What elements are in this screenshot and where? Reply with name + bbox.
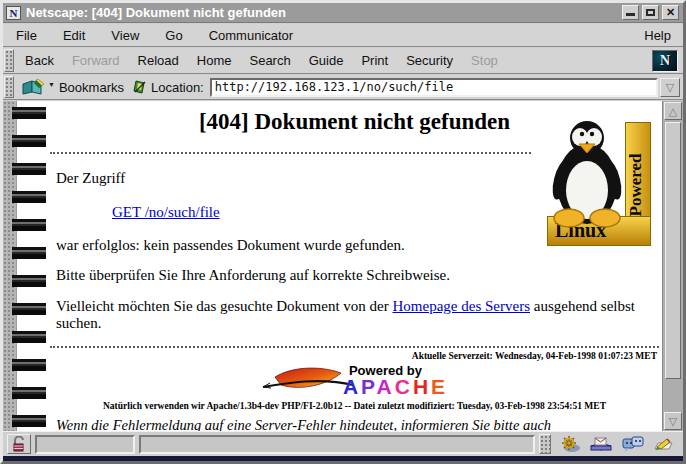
- menu-communicator[interactable]: Communicator: [196, 25, 307, 46]
- menu-help[interactable]: Help: [632, 25, 683, 46]
- search-button[interactable]: Search: [240, 49, 299, 72]
- menu-bar: File Edit View Go Communicator Help: [3, 24, 683, 47]
- locationbar-collapse-grip[interactable]: [4, 76, 14, 98]
- webmaster-note: Wenn die Fehlermeldung auf eine Server-F…: [56, 417, 659, 431]
- scrollbar-thumb[interactable]: [665, 122, 681, 379]
- location-label: Location:: [148, 80, 210, 95]
- browser-viewport: Powered Linux: [3, 101, 683, 431]
- security-button[interactable]: Security: [397, 49, 462, 72]
- maximize-icon: [646, 9, 655, 16]
- scroll-down-button[interactable]: ▽: [664, 412, 682, 430]
- homepage-suggestion-text: Vielleicht möchten Sie das gesuchte Doku…: [56, 298, 659, 332]
- navigation-toolbar: Back Forward Reload Home Search Guide Pr…: [3, 48, 683, 74]
- menu-view[interactable]: View: [98, 25, 152, 46]
- webmaster-note-pre: Wenn die Fehlermeldung auf eine Server-F…: [56, 417, 551, 431]
- menu-edit[interactable]: Edit: [50, 25, 98, 46]
- close-icon: ✕: [663, 6, 678, 19]
- apache-letter: A: [343, 375, 361, 398]
- location-bookmark-icon[interactable]: [132, 79, 148, 95]
- title-bar[interactable]: N Netscape: [404] Dokument nicht gefunde…: [3, 3, 683, 23]
- apache-letter: P: [361, 375, 376, 398]
- maximize-button[interactable]: [642, 5, 659, 20]
- bookmarks-chevron-icon: ▼: [48, 81, 55, 88]
- apache-letter: H: [413, 375, 431, 398]
- status-progress-panel: [35, 435, 135, 454]
- url-dropdown-button[interactable]: ▽: [660, 78, 680, 97]
- suggestion-pre: Vielleicht möchten Sie das gesuchte Doku…: [56, 298, 393, 314]
- scroll-up-button[interactable]: △: [664, 102, 682, 120]
- open-padlock-icon: [11, 436, 27, 452]
- toolbar-collapse-grip[interactable]: [4, 49, 14, 72]
- request-link[interactable]: GET /no/such/file: [112, 204, 220, 220]
- home-button[interactable]: Home: [188, 49, 241, 72]
- menu-go[interactable]: Go: [152, 25, 195, 46]
- linux-powered-badge: Powered Linux: [547, 108, 651, 246]
- print-button[interactable]: Print: [352, 49, 397, 72]
- tux-penguin-icon: [549, 118, 627, 230]
- server-info: Natürlich verwenden wir Apache/1.3b4-dev…: [50, 401, 659, 411]
- menu-file[interactable]: File: [3, 25, 50, 46]
- netscape-logo-icon[interactable]: N: [652, 50, 678, 72]
- security-lock-button[interactable]: [7, 434, 31, 454]
- server-time: Aktuelle Serverzeit: Wednesday, 04-Feb-1…: [50, 351, 657, 361]
- apache-logo: Powered by APACHE: [50, 363, 659, 399]
- minimize-button[interactable]: [622, 5, 639, 20]
- mailbox-icon[interactable]: [589, 435, 613, 453]
- status-bar: [3, 431, 683, 456]
- bookmarks-icon: [22, 79, 46, 95]
- component-taskbar: [555, 435, 679, 453]
- homepage-link[interactable]: Homepage des Servers: [393, 298, 530, 314]
- discussions-icon[interactable]: [621, 435, 645, 453]
- apache-letter: C: [395, 375, 413, 398]
- back-button[interactable]: Back: [16, 49, 63, 72]
- error-page: Powered Linux: [50, 101, 659, 431]
- window-title: Netscape: [404] Dokument nicht gefunden: [26, 5, 622, 20]
- apache-letter: E: [431, 375, 448, 398]
- minimize-icon: [626, 13, 635, 16]
- netscape-window-icon: N: [6, 6, 21, 20]
- composer-icon[interactable]: [653, 435, 675, 453]
- apache-letter: A: [377, 375, 395, 398]
- bookmarks-label: Bookmarks: [59, 80, 124, 95]
- taskbar-grip[interactable]: [539, 434, 551, 454]
- window-frame-bottom: [3, 456, 683, 461]
- navigator-icon[interactable]: [559, 435, 581, 453]
- forward-button: Forward: [63, 49, 129, 72]
- reload-button[interactable]: Reload: [129, 49, 188, 72]
- location-bar: ▼ Bookmarks Location: ▽: [3, 75, 683, 100]
- horizontal-rule-top: [50, 152, 531, 154]
- horizontal-rule-bottom: [50, 346, 659, 348]
- url-input[interactable]: [210, 78, 658, 97]
- spiral-binding-rings: [12, 101, 46, 431]
- guide-button[interactable]: Guide: [300, 49, 353, 72]
- status-message-panel: [139, 435, 535, 454]
- advice-text: Bitte überprüfen Sie Ihre Anforderung au…: [56, 267, 659, 284]
- netscape-window: N Netscape: [404] Dokument nicht gefunde…: [0, 0, 686, 464]
- close-button[interactable]: ✕: [662, 5, 679, 20]
- stop-button: Stop: [462, 49, 507, 72]
- vertical-scrollbar[interactable]: △ ▽: [662, 101, 683, 431]
- bookmarks-menu[interactable]: ▼ Bookmarks: [16, 79, 132, 95]
- apache-wordmark: APACHE: [343, 378, 448, 395]
